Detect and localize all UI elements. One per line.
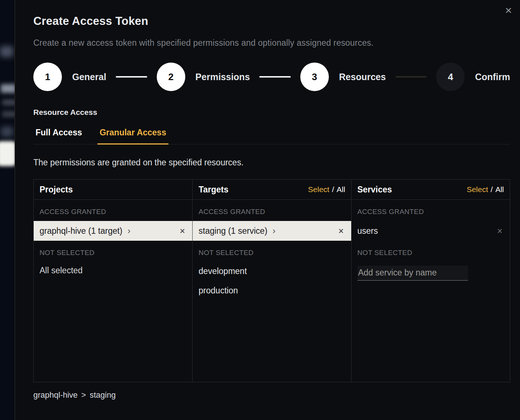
step-connector [116,76,147,78]
targets-header-label: Targets [198,185,228,195]
targets-all-link[interactable]: All [337,185,345,194]
blurred-content [2,111,15,117]
tab-granular-access[interactable]: Granular Access [97,128,168,145]
close-icon[interactable]: × [505,4,512,16]
step-4-circle: 4 [436,63,465,91]
granted-target-label: staging (1 service) [198,226,267,236]
blurred-content [2,100,15,105]
projects-header-label: Projects [40,185,73,195]
granular-access-description: The permissions are granted on the speci… [33,158,510,168]
access-granted-label: ACCESS GRANTED [198,208,345,216]
add-service-input[interactable] [357,266,468,281]
step-confirm[interactable]: 4 Confirm [436,63,510,91]
step-general[interactable]: 1 General [33,63,106,91]
select-all-separator: / [332,185,334,194]
chevron-right-icon: › [127,226,130,235]
blurred-content [1,84,15,93]
blurred-content [0,141,15,166]
remove-service-icon[interactable]: × [497,226,502,236]
step-3-circle: 3 [300,63,329,91]
step-1-label: General [72,72,106,82]
targets-select-link[interactable]: Select [308,185,329,194]
step-connector [395,76,427,78]
granted-service-label: users [357,226,378,236]
resource-access-tabs: Full Access Granular Access [33,128,510,145]
breadcrumb: graphql-hive > staging [33,390,510,400]
target-option-development[interactable]: development [198,266,345,276]
step-2-circle: 2 [157,63,185,91]
targets-column: Targets Select / All ACCESS GRANTED stag… [192,180,351,382]
not-selected-label: NOT SELECTED [357,249,504,257]
step-connector [259,76,291,78]
services-header-label: Services [357,185,392,195]
breadcrumb-separator: > [81,390,86,400]
access-granted-label: ACCESS GRANTED [40,208,186,216]
step-1-circle: 1 [33,63,62,91]
projects-column: Projects ACCESS GRANTED graphql-hive (1 … [34,180,192,382]
step-3-label: Resources [339,72,386,82]
resource-table: Projects ACCESS GRANTED graphql-hive (1 … [33,179,510,382]
resource-access-heading: Resource Access [33,108,510,117]
modal-subtitle: Create a new access token with specified… [33,38,510,48]
not-selected-label: NOT SELECTED [198,249,345,257]
targets-column-header: Targets Select / All [193,180,351,200]
granted-target-row[interactable]: staging (1 service) › × [193,221,351,241]
targets-select-all: Select / All [308,185,345,194]
services-column-header: Services Select / All [352,180,510,200]
remove-project-icon[interactable]: × [180,226,185,236]
step-2-label: Permissions [196,72,250,82]
target-option-production[interactable]: production [198,286,345,296]
create-access-token-modal: × Create Access Token Create a new acces… [15,0,520,420]
chevron-right-icon: › [272,226,275,235]
not-selected-label: NOT SELECTED [40,249,186,257]
page-title: Create Access Token [33,15,510,28]
stepper: 1 General 2 Permissions 3 Resources 4 Co… [33,63,510,91]
granted-project-label: graphql-hive (1 target) [40,226,122,236]
tab-full-access[interactable]: Full Access [33,128,84,145]
all-selected-note: All selected [40,266,186,275]
services-all-link[interactable]: All [495,185,504,194]
breadcrumb-project: graphql-hive [33,390,78,400]
remove-target-icon[interactable]: × [338,226,344,236]
step-permissions[interactable]: 2 Permissions [157,63,250,91]
blurred-content [0,46,13,57]
granted-service-row[interactable]: users × [352,221,510,241]
step-4-label: Confirm [475,72,510,82]
step-resources[interactable]: 3 Resources [300,63,386,91]
projects-column-header: Projects [34,180,192,200]
breadcrumb-target: staging [90,390,116,400]
select-all-separator: / [491,185,493,194]
granted-project-row[interactable]: graphql-hive (1 target) › × [34,221,192,241]
services-select-all: Select / All [467,185,504,194]
services-select-link[interactable]: Select [467,185,488,194]
blurred-content [1,127,13,137]
background-page [0,0,15,420]
services-column: Services Select / All ACCESS GRANTED use… [351,180,510,382]
access-granted-label: ACCESS GRANTED [357,208,504,216]
